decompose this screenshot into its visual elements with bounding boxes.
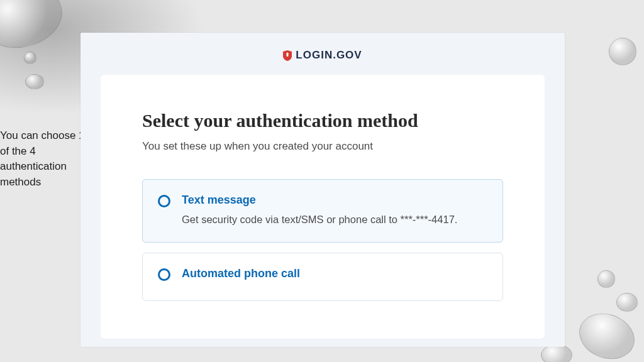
option-title: Text message	[182, 194, 487, 207]
decorative-droplet	[541, 344, 572, 362]
annotation-text: You can choose 1 of the 4 authentication…	[0, 128, 85, 190]
page-title: Select your authentication method	[142, 110, 503, 131]
option-body: Text message Get security code via text/…	[182, 194, 487, 228]
decorative-droplet	[573, 306, 641, 362]
decorative-droplet	[616, 293, 638, 312]
svg-point-2	[287, 52, 289, 54]
decorative-droplet	[25, 74, 44, 89]
option-description: Get security code via text/SMS or phone …	[182, 212, 487, 228]
decorative-droplet	[609, 38, 636, 65]
decorative-droplet	[24, 52, 36, 64]
option-body: Automated phone call	[182, 267, 487, 285]
auth-card: Select your authentication method You se…	[101, 75, 545, 339]
radio-icon	[158, 195, 170, 207]
brand-logo: LOGIN.GOV	[283, 49, 362, 62]
decorative-droplet	[0, 0, 69, 57]
shield-icon	[283, 50, 292, 61]
brand-bar: LOGIN.GOV	[80, 33, 565, 75]
auth-option-text-message[interactable]: Text message Get security code via text/…	[142, 179, 503, 243]
login-gov-panel: LOGIN.GOV Select your authentication met…	[80, 33, 565, 347]
decorative-droplet	[597, 270, 615, 288]
page-subtitle: You set these up when you created your a…	[142, 140, 503, 153]
option-title: Automated phone call	[182, 267, 487, 280]
brand-name: LOGIN.GOV	[296, 49, 362, 62]
auth-option-automated-phone-call[interactable]: Automated phone call	[142, 253, 503, 301]
radio-icon	[158, 268, 170, 281]
